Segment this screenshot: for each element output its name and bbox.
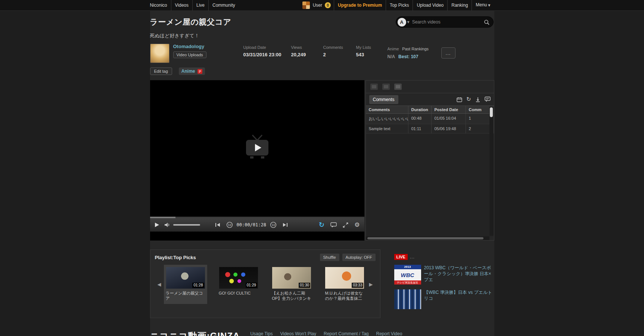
site-logo[interactable]: ニコニコ動画:GINZA	[150, 330, 240, 336]
fullscreen-icon	[343, 222, 348, 228]
tag-anime[interactable]: Anime	[179, 67, 205, 75]
refresh-comments-button[interactable]: ↻	[466, 97, 471, 102]
duration-badge: 01:28	[192, 283, 204, 288]
comment-row[interactable]: Sample text 01:11 05/06 19:48 2	[366, 124, 494, 134]
mute-button[interactable]	[165, 222, 170, 227]
svg-text:10: 10	[271, 223, 275, 227]
fullscreen-button[interactable]	[343, 222, 348, 228]
playlist-item[interactable]: 03:33 M.U.れんげは彼女なのか？最終鬼畜妹二	[323, 265, 366, 304]
video-description: 死ぬほど好きすぎて！	[150, 32, 494, 39]
comment-settings-button[interactable]	[485, 97, 491, 102]
comments-table-empty-area	[366, 134, 494, 236]
video-uploads-button[interactable]: Video Uploads	[173, 51, 206, 58]
shuffle-button[interactable]: Shuffle	[320, 254, 339, 261]
nav-link-niconico[interactable]: Niconico	[150, 0, 171, 11]
playlist-item[interactable]: 01:29 GO! GO! CULTIC	[217, 265, 260, 304]
tv-play-icon[interactable]	[242, 134, 272, 161]
footer-link-videos-wont-play[interactable]: Videos Won't Play	[280, 331, 316, 336]
vertical-scrollbar[interactable]	[489, 107, 494, 236]
column-header-posted-date[interactable]: Posted Date	[432, 106, 466, 113]
video-thumbnail: 01:30	[272, 267, 311, 289]
footer-link-report-video[interactable]: Report Video	[376, 331, 402, 336]
calendar-filter-button[interactable]	[457, 97, 462, 102]
live-item[interactable]: 【WBC 準決勝】日本 vs プエルトリコ	[394, 289, 494, 309]
stat-mylists: My Lists 543	[356, 45, 388, 59]
nav-link-live[interactable]: Live	[192, 0, 208, 11]
nav-link-upgrade-premium[interactable]: Upgrade to Premium	[334, 0, 386, 11]
refresh-icon: ↻	[466, 97, 471, 102]
volume-icon	[165, 222, 170, 227]
playlist-prev-arrow[interactable]: ◀	[155, 266, 164, 303]
repeat-icon: ↻	[319, 222, 324, 228]
stat-value: 2	[323, 52, 356, 57]
coin-count-badge[interactable]: 0	[325, 2, 331, 8]
live-item[interactable]: 2013 WBC テレビ実況生放送 2013 WBC（ワールド・ベースボール・ク…	[394, 265, 494, 285]
footer-links: Usage Tips Videos Won't Play Report Comm…	[250, 331, 402, 336]
video-thumbnail: 01:28	[166, 267, 205, 289]
stat-past-rankings: Anime Past Rankings N/A Best: 107	[388, 45, 436, 59]
edit-tag-button[interactable]: Edit tag	[150, 67, 172, 75]
comment-toggle-button[interactable]	[330, 222, 337, 228]
player-controls: 10 00:00/01:28 10 ↻	[150, 218, 364, 232]
nav-link-top-picks[interactable]: Top Picks	[386, 0, 413, 11]
horizontal-scrollbar-thumb[interactable]	[367, 237, 483, 239]
seek-bar[interactable]	[150, 217, 364, 218]
vertical-scrollbar-thumb[interactable]	[490, 107, 493, 117]
uploader-name-link[interactable]: Otomadology	[173, 44, 228, 49]
live-badge[interactable]: LIVE	[394, 254, 408, 260]
nicopedia-icon[interactable]	[197, 69, 202, 74]
download-comments-button[interactable]	[475, 97, 480, 102]
tab-comments[interactable]: Comments	[369, 95, 398, 104]
toolbar-icon-2[interactable]	[382, 84, 390, 90]
nav-link-upload-video[interactable]: Upload Video	[413, 0, 447, 11]
download-icon	[475, 97, 480, 102]
search-scope-selector[interactable]: A	[398, 18, 406, 26]
stat-value: 20,249	[291, 52, 323, 57]
nav-link-community[interactable]: Community	[208, 0, 239, 11]
stat-comments: Comments 2	[323, 45, 356, 59]
column-header-duration[interactable]: Duration	[408, 106, 432, 113]
footer-link-report-comment[interactable]: Report Comment / Tag	[324, 331, 369, 336]
playlist-item-current[interactable]: 01:28 ラーメン屋の親父コア	[164, 265, 207, 304]
play-button[interactable]	[155, 222, 159, 227]
search-bar: A ▼	[396, 16, 494, 28]
settings-button[interactable]: ⚙	[354, 222, 360, 228]
playlist-next-arrow[interactable]: ▶	[367, 266, 376, 303]
uploader-avatar[interactable]	[150, 44, 169, 63]
nav-left: Niconico Videos Live Community	[150, 0, 239, 10]
search-button[interactable]	[484, 19, 489, 25]
comment-duration-cell: 01:11	[408, 124, 432, 134]
playlist-items: 01:28 ラーメン屋の親父コア 01:29 GO! GO! CULTIC	[164, 265, 367, 304]
nav-menu[interactable]: Menu▼	[472, 0, 494, 11]
nav-link-user[interactable]: User	[312, 3, 323, 8]
nav-link-ranking[interactable]: Ranking	[447, 0, 472, 11]
stat-label: Comments	[323, 45, 356, 50]
next-video-button[interactable]	[283, 223, 288, 227]
volume-slider[interactable]	[173, 224, 200, 226]
autoplay-toggle-button[interactable]: Autoplay: OFF	[342, 254, 376, 261]
footer-link-usage-tips[interactable]: Usage Tips	[250, 331, 273, 336]
forward-10s-button[interactable]: 10	[270, 222, 277, 228]
previous-video-button[interactable]	[215, 223, 220, 227]
search-input[interactable]	[412, 19, 484, 25]
user-avatar-small[interactable]	[302, 1, 310, 9]
rewind-10s-button[interactable]: 10	[226, 222, 233, 228]
toolbar-icon-3[interactable]	[394, 84, 402, 90]
video-screen[interactable]	[150, 80, 364, 217]
comment-row[interactable]: おいしいいいいいいいい... 00:48 01/05 16:04 1	[366, 114, 494, 124]
column-header-comments[interactable]: Comments	[366, 106, 408, 113]
chevron-down-icon[interactable]: ▼	[407, 21, 410, 24]
nav-link-videos[interactable]: Videos	[171, 0, 192, 11]
horizontal-scrollbar[interactable]	[366, 236, 489, 240]
nav-menu-label: Menu	[476, 2, 487, 7]
toolbar-icon-1[interactable]	[370, 84, 378, 90]
search-icon	[484, 19, 489, 25]
repeat-button[interactable]: ↻	[319, 222, 324, 228]
more-actions-button[interactable]: ...	[441, 47, 455, 59]
tag-label: Anime	[181, 69, 195, 74]
playlist-buttons: Shuffle Autoplay: OFF	[320, 254, 376, 261]
comment-bubble-icon	[330, 222, 337, 228]
comments-panel: Comments ↻	[365, 80, 494, 241]
rank-category: Anime	[388, 47, 399, 51]
playlist-item[interactable]: 01:30 【えお松さん二期OP】全力シバタンキュ	[270, 265, 313, 304]
